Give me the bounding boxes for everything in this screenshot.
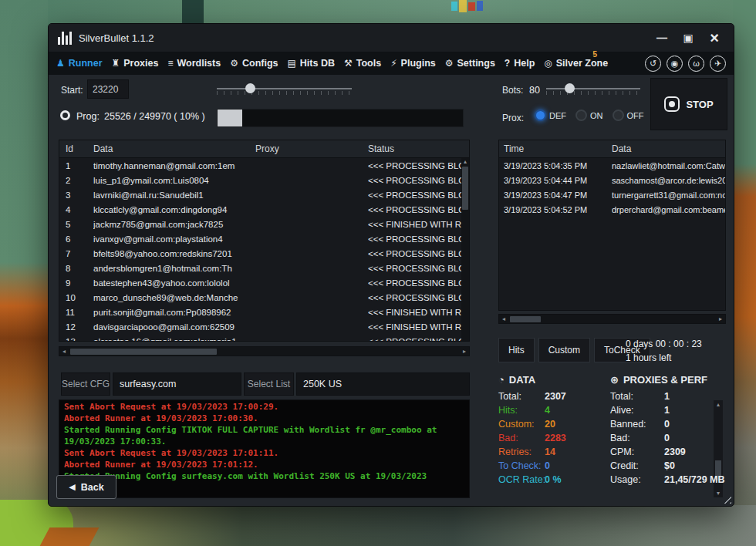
hit-row[interactable]: 3/19/2023 5:04:47 PM turnergarrett31@gma…	[499, 187, 725, 202]
stat-row: Credit: $0	[610, 459, 727, 473]
column-header-id[interactable]: Id	[59, 143, 93, 154]
table-row[interactable]: 8 andersblomgren1@hotmail.com:Th <<< PRO…	[59, 261, 469, 275]
scroll-up-icon[interactable]: ▴	[464, 158, 467, 166]
table-row[interactable]: 7 bfelts98@yahoo.com:redskins7201 <<< PR…	[59, 246, 469, 261]
telegram-icon: ✈	[714, 59, 721, 69]
bots-value: 80	[529, 85, 540, 96]
select-list-button[interactable]: Select List	[244, 372, 294, 396]
screenshot-camera-icon: ◉	[671, 59, 679, 69]
log-console[interactable]: Sent Abort Request at 19/03/2023 17:00:2…	[59, 399, 470, 498]
prox-radio-on[interactable]: ON	[575, 110, 603, 121]
background-ground	[0, 505, 756, 546]
discord-button[interactable]: ω	[688, 56, 704, 72]
stat-row: Bad: 0	[610, 431, 727, 445]
table-row[interactable]: 13 elcrestas.16@gmail.com:alexmaria1 <<<…	[59, 334, 469, 341]
close-button[interactable]: ×	[703, 28, 726, 48]
scrollbar-thumb[interactable]	[510, 316, 541, 322]
hits-table-horizontal-scrollbar[interactable]: ◂ ▸	[498, 314, 726, 324]
table-row[interactable]: 9 batestephen43@yahoo.com:lololol <<< PR…	[59, 275, 469, 290]
window-title: SilverBullet 1.1.2	[79, 32, 154, 44]
scroll-left-icon[interactable]: ◂	[59, 348, 69, 355]
tab-custom[interactable]: Custom	[538, 338, 590, 362]
hit-row[interactable]: 3/19/2023 5:04:35 PM nazlawliet@hotmail.…	[499, 158, 725, 173]
nav-item-configs[interactable]: ⚙ Configs	[230, 58, 278, 69]
wordlists-icon: ≡	[167, 59, 173, 68]
table-row[interactable]: 5 jackmz785@gmail.com:jack7825 <<< FINIS…	[59, 217, 469, 231]
stat-row: Hits: 4	[498, 403, 608, 417]
results-table-vertical-scrollbar[interactable]: ▴	[461, 158, 469, 341]
nav-item-plugins[interactable]: ⚡ Plugins	[390, 58, 436, 69]
start-slider-thumb[interactable]	[245, 83, 255, 93]
title-bar[interactable]: SilverBullet 1.1.2 — ▣ ×	[49, 24, 734, 52]
background-right-strip	[733, 0, 756, 546]
nav-item-proxies[interactable]: ♜ Proxies	[112, 58, 159, 69]
background-pillar	[182, 0, 204, 26]
selected-wordlist-field[interactable]: 250K US	[296, 372, 470, 396]
app-logo	[58, 31, 72, 45]
table-row[interactable]: 12 davisgarciapooo@gmail.com:62509 <<< F…	[59, 319, 469, 334]
table-row[interactable]: 11 purit.sonjit@gmail.com:Pp0898962 <<< …	[59, 305, 469, 319]
hits-db-icon: ▤	[288, 59, 296, 68]
stat-row: Custom: 20	[498, 417, 608, 431]
column-header-hitdata[interactable]: Data	[612, 143, 725, 154]
stop-button[interactable]: STOP	[650, 78, 727, 130]
table-row[interactable]: 1 timothy.hanneman@gmail.com:1em <<< PRO…	[59, 158, 469, 173]
minimize-button[interactable]: —	[650, 28, 673, 48]
nav-item-runner[interactable]: ♟ Runner	[56, 58, 103, 69]
nav-item-hits-db[interactable]: ▤ Hits DB	[288, 58, 336, 69]
start-slider[interactable]	[217, 82, 352, 96]
column-header-status[interactable]: Status	[368, 143, 469, 154]
table-row[interactable]: 3 lavrniki@mail.ru:Sanudebil1 <<< PROCES…	[59, 187, 469, 202]
hits-table-header: Time Data	[499, 140, 725, 158]
table-row[interactable]: 4 klccatlcly@gmail.com:dingdong94 <<< PR…	[59, 202, 469, 217]
scroll-right-icon[interactable]: ▸	[460, 348, 469, 355]
scroll-left-icon[interactable]: ◂	[499, 315, 508, 322]
discord-icon: ω	[693, 59, 700, 68]
prox-radio-off[interactable]: OFF	[613, 110, 644, 121]
bots-slider[interactable]	[546, 82, 640, 96]
nav-item-silver-zone[interactable]: ◎ Silver Zone 5	[544, 58, 608, 69]
hits-table: Time Data 3/19/2023 5:04:35 PM nazlawlie…	[498, 140, 726, 311]
history-button[interactable]: ↺	[645, 56, 661, 72]
config-name-field[interactable]	[113, 372, 241, 396]
hit-row[interactable]: 3/19/2023 5:04:52 PM drperchard@gmail.co…	[499, 202, 725, 217]
screenshot-button[interactable]: ◉	[667, 56, 683, 72]
hit-row[interactable]: 3/19/2023 5:04:44 PM saschamost@arcor.de…	[499, 173, 725, 187]
nav-item-settings[interactable]: ⚙ Settings	[445, 58, 495, 69]
select-config-button[interactable]: Select CFG	[61, 372, 110, 396]
prox-radio-def[interactable]: DEF	[535, 110, 566, 121]
telegram-button[interactable]: ✈	[710, 56, 726, 72]
column-header-time[interactable]: Time	[499, 143, 612, 154]
scrollbar-thumb[interactable]	[70, 349, 217, 355]
table-row[interactable]: 6 ivanxgv@gmail.com:playstation4 <<< PRO…	[59, 231, 469, 246]
stat-row: OCR Rate: 0 %	[498, 473, 608, 487]
scroll-down-icon[interactable]: ▾	[717, 490, 720, 497]
background-hill	[0, 0, 756, 26]
nav-item-help[interactable]: ? Help	[505, 58, 535, 69]
log-line: Started Running Config TIKTOK FULL CAPTU…	[64, 424, 457, 447]
bots-slider-thumb[interactable]	[565, 83, 575, 93]
runner-page: Start: Bots: 80 STOP Prog: 25526 / 24997…	[49, 75, 734, 506]
results-table-body: 1 timothy.hanneman@gmail.com:1em <<< PRO…	[59, 158, 469, 341]
table-row[interactable]: 2 luis_p1@ymail.com:Luis0804 <<< PROCESS…	[59, 173, 469, 187]
scrollbar-thumb[interactable]	[462, 167, 468, 210]
tab-hits[interactable]: Hits	[498, 338, 535, 362]
nav-item-tools[interactable]: ⚒ Tools	[344, 58, 381, 69]
column-header-proxy[interactable]: Proxy	[255, 143, 368, 154]
stat-row: CPM: 2309	[610, 445, 727, 459]
nav-item-wordlists[interactable]: ≡ Wordlists	[167, 58, 221, 69]
back-button[interactable]: ◀ Back	[56, 475, 116, 499]
maximize-button[interactable]: ▣	[677, 28, 700, 48]
proxies-section-icon: ⊛	[610, 374, 619, 386]
back-arrow-icon: ◀	[69, 482, 75, 492]
start-input[interactable]	[87, 79, 129, 99]
column-header-data[interactable]: Data	[93, 143, 255, 154]
start-label: Start:	[61, 85, 83, 96]
proxies-stats-header: ⊛ PROXIES & PERF	[610, 372, 727, 386]
stat-row: Banned: 0	[610, 417, 727, 431]
progress-bar	[217, 109, 464, 127]
table-row[interactable]: 10 marco_dunsche89@web.de:Manche <<< PRO…	[59, 290, 469, 305]
results-table-horizontal-scrollbar[interactable]: ◂ ▸	[59, 346, 470, 356]
stat-row: Usage: 21,45/729 MB	[610, 473, 727, 487]
scroll-right-icon[interactable]: ▸	[716, 315, 725, 322]
